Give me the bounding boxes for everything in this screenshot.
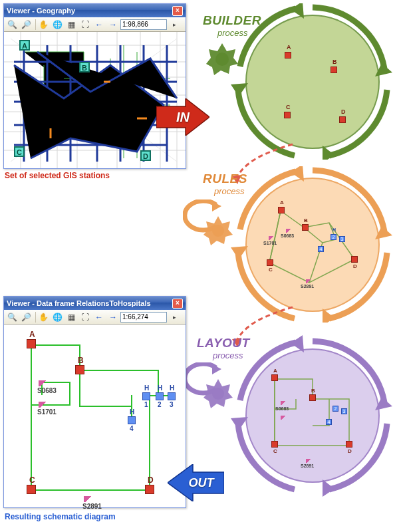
schematic-h3-num: 3 xyxy=(170,401,174,408)
layout-h2: 2 xyxy=(332,406,338,412)
zoom-level-input[interactable]: 1:98,866 xyxy=(120,19,167,30)
builder-circle xyxy=(229,3,396,160)
schematic-node-b-label: B xyxy=(78,356,84,365)
schematic-edge xyxy=(31,344,80,346)
zoom-level-input[interactable]: 1:66,274 xyxy=(120,312,167,323)
extent-icon[interactable]: ▦ xyxy=(65,311,78,323)
layout-node-d xyxy=(346,441,352,448)
schematic-s2891-label: S2891 xyxy=(82,503,102,510)
layout-h3: 3 xyxy=(341,408,347,414)
rules-s2891-label: S2891 xyxy=(301,284,314,289)
rules-s0683-label: S0683 xyxy=(281,233,294,238)
zoom-in-icon[interactable]: 🔍 xyxy=(5,19,19,31)
rules-h-label: H xyxy=(332,227,336,232)
builder-node-a xyxy=(285,52,291,59)
layout-h4: 4 xyxy=(326,419,332,425)
layout-node-a-label: A xyxy=(273,368,277,374)
extent-icon[interactable]: ▦ xyxy=(65,19,78,31)
viewer-relations-window: Viewer - Data frame RelationsToHospitals… xyxy=(3,296,186,508)
layout-node-b-label: B xyxy=(311,388,315,394)
full-extent-icon[interactable]: ⛶ xyxy=(78,311,92,323)
in-arrow: IN xyxy=(156,98,209,136)
station-marker-d[interactable]: D xyxy=(140,150,151,161)
schematic-h3-prefix: H xyxy=(170,384,174,392)
svg-marker-13 xyxy=(231,246,248,259)
layout-node-c xyxy=(271,441,278,448)
station-marker-a[interactable]: A xyxy=(19,40,30,51)
separator-icon xyxy=(33,19,36,30)
svg-point-2 xyxy=(246,15,379,148)
schematic-edge xyxy=(79,370,80,407)
rules-node-c-label: C xyxy=(269,267,273,273)
schematic-h4-num: 4 xyxy=(130,425,134,432)
station-marker-c[interactable]: C xyxy=(14,146,25,157)
schematic-node-a[interactable] xyxy=(27,339,36,348)
rules-circle xyxy=(229,166,396,323)
svg-marker-23 xyxy=(291,335,304,352)
schematic-h2-prefix: H xyxy=(158,384,162,392)
rules-node-d xyxy=(351,256,358,263)
zoom-out-icon[interactable]: 🔎 xyxy=(19,311,33,323)
viewer2-canvas[interactable]: A B C D S0683 S1701 S2891 H 1 H 2 H 3 H … xyxy=(4,325,186,507)
rules-node-a-label: A xyxy=(280,200,284,205)
rules-s1701-label: S1701 xyxy=(263,241,277,245)
schematic-edge xyxy=(31,404,70,406)
layout-node-d-label: D xyxy=(348,448,352,454)
zoom-in-icon[interactable]: 🔍 xyxy=(5,311,19,323)
globe-icon[interactable]: 🌐 xyxy=(51,311,64,323)
builder-gear-icon xyxy=(204,41,240,77)
viewer2-title: Viewer - Data frame RelationsToHospitals xyxy=(7,299,172,307)
close-icon[interactable]: × xyxy=(172,299,183,309)
pan-icon[interactable]: ✋ xyxy=(37,311,50,323)
schematic-edge xyxy=(31,489,150,491)
layout-flag-s0683 xyxy=(281,401,287,405)
viewer2-toolbar: 🔍 🔎 ✋ 🌐 ▦ ⛶ ← → 1:66,274 ▸ xyxy=(4,310,186,325)
schematic-h4[interactable] xyxy=(128,416,136,424)
globe-icon[interactable]: 🌐 xyxy=(51,19,64,31)
builder-node-d-label: D xyxy=(341,108,346,115)
schematic-h2-num: 2 xyxy=(158,401,162,408)
schematic-flag-s1701 xyxy=(39,402,48,408)
pan-icon[interactable]: ✋ xyxy=(37,19,50,31)
schematic-node-b[interactable] xyxy=(75,365,84,374)
layout-circle xyxy=(229,332,396,505)
schematic-edge xyxy=(79,370,159,371)
dropdown-icon[interactable]: ▸ xyxy=(168,19,181,31)
rules-h3: 3 xyxy=(339,236,345,242)
schematic-s0683-label: S0683 xyxy=(37,387,57,394)
rules-gear-icon xyxy=(201,214,235,247)
full-extent-icon[interactable]: ⛶ xyxy=(78,19,92,31)
schematic-h4-prefix: H xyxy=(130,408,134,416)
back-icon[interactable]: ← xyxy=(92,19,106,31)
svg-point-26 xyxy=(212,388,224,400)
layout-flag-s1701 xyxy=(281,416,287,420)
schematic-node-d-label: D xyxy=(148,475,154,485)
svg-marker-21 xyxy=(323,479,334,497)
schematic-flag-s0683 xyxy=(39,380,48,386)
rules-h4: 4 xyxy=(318,246,324,252)
schematic-node-d[interactable] xyxy=(145,485,154,494)
viewer1-titlebar[interactable]: Viewer - Geography × xyxy=(4,4,186,17)
schematic-h2[interactable] xyxy=(156,392,164,400)
zoom-out-icon[interactable]: 🔎 xyxy=(19,19,33,31)
rules-node-b xyxy=(302,224,309,231)
schematic-edge xyxy=(31,344,32,491)
forward-icon[interactable]: → xyxy=(106,19,120,31)
builder-node-c xyxy=(284,112,291,118)
layout-flag-s2891 xyxy=(306,459,313,463)
schematic-flag-s2891 xyxy=(84,496,93,502)
viewer2-titlebar[interactable]: Viewer - Data frame RelationsToHospitals… xyxy=(4,297,186,310)
back-icon[interactable]: ← xyxy=(92,311,106,323)
close-icon[interactable]: × xyxy=(172,6,183,16)
station-marker-b[interactable]: B xyxy=(79,62,90,72)
dropdown-icon[interactable]: ▸ xyxy=(168,311,181,323)
svg-marker-22 xyxy=(231,417,248,430)
svg-point-17 xyxy=(212,225,224,237)
schematic-h3[interactable] xyxy=(168,392,176,400)
schematic-h1[interactable] xyxy=(142,392,150,400)
forward-icon[interactable]: → xyxy=(106,311,120,323)
schematic-node-c[interactable] xyxy=(27,485,36,494)
schematic-h1-prefix: H xyxy=(144,384,149,392)
separator-icon xyxy=(33,312,36,323)
svg-point-8 xyxy=(215,53,229,66)
